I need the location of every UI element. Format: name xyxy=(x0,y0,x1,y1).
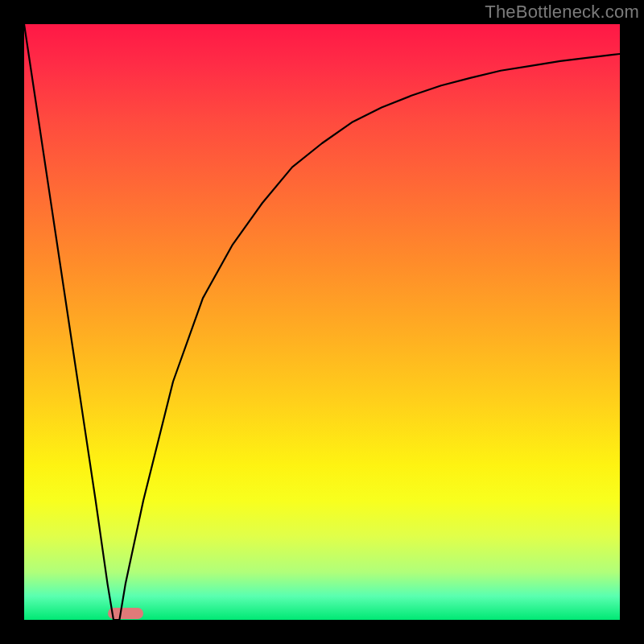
bottleneck-curve xyxy=(24,24,620,620)
watermark-label: TheBottleneck.com xyxy=(485,2,639,23)
chart-canvas: TheBottleneck.com xyxy=(0,0,644,644)
critical-region-marker xyxy=(108,608,143,619)
plot-area xyxy=(24,24,620,620)
